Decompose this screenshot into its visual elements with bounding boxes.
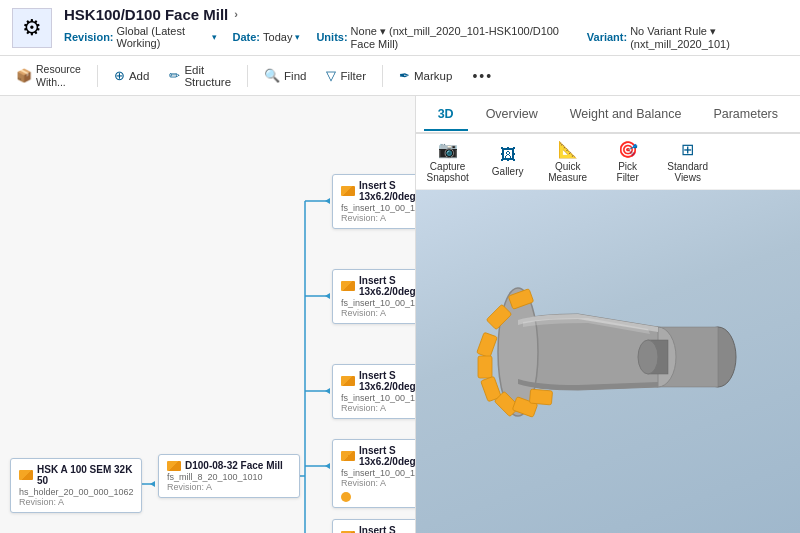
node-icon	[19, 470, 33, 480]
toolbar-separator-3	[382, 65, 383, 87]
viewer-tabs: 3D Overview Weight and Balance Parameter…	[416, 96, 800, 134]
middle-node[interactable]: D100-08-32 Face Mill fs_mill_8_20_100_10…	[158, 454, 300, 498]
tool-model-svg	[458, 242, 758, 482]
title-chevron: ›	[234, 8, 238, 20]
find-button[interactable]: 🔍 Find	[256, 64, 314, 87]
edit-structure-button[interactable]: ✏ EditStructure	[161, 60, 239, 92]
svg-rect-26	[529, 389, 552, 405]
leaf-node-4[interactable]: Insert S 13x6.2/0deg fs_insert_10_00_110…	[332, 439, 415, 508]
markup-icon: ✒	[399, 68, 410, 83]
tab-3d[interactable]: 3D	[424, 99, 468, 131]
units-meta[interactable]: Units: None ▾ (nxt_mill_2020_101-HSK100/…	[316, 25, 570, 50]
status-dot	[341, 492, 351, 502]
structure-diagram[interactable]: HSK A 100 SEM 32K 50 hs_holder_20_00_000…	[0, 96, 415, 533]
views-icon: ⊞	[681, 140, 694, 159]
gallery-icon: 🖼	[500, 146, 516, 164]
leaf-node-1[interactable]: Insert S 13x6.2/0deg fs_insert_10_00_110…	[332, 174, 415, 229]
leaf-node-3[interactable]: Insert S 13x6.2/0deg fs_insert_10_00_110…	[332, 364, 415, 419]
more-button[interactable]: •••	[464, 64, 501, 88]
svg-marker-14	[150, 481, 155, 487]
markup-button[interactable]: ✒ Markup	[391, 64, 460, 87]
app-icon: ⚙	[12, 8, 52, 48]
node-icon-middle	[167, 461, 181, 471]
resource-button[interactable]: 📦 ResourceWith...	[8, 59, 89, 92]
tab-parameters[interactable]: Parameters	[699, 99, 792, 131]
svg-marker-11	[325, 388, 330, 394]
pick-filter-button[interactable]: 🎯 PickFilter	[606, 140, 650, 183]
leaf-icon-4	[341, 451, 355, 461]
add-icon: ⊕	[114, 68, 125, 83]
header-meta: Revision: Global (Latest Working) ▾ Date…	[64, 25, 788, 50]
pick-filter-icon: 🎯	[618, 140, 638, 159]
revision-meta[interactable]: Revision: Global (Latest Working) ▾	[64, 25, 217, 50]
structure-panel: HSK A 100 SEM 32K 50 hs_holder_20_00_000…	[0, 96, 416, 533]
right-panel: 3D Overview Weight and Balance Parameter…	[416, 96, 800, 533]
leaf-icon-1	[341, 186, 355, 196]
middle-node-title: D100-08-32 Face Mill	[167, 460, 291, 471]
app-header: ⚙ HSK100/D100 Face Mill › Revision: Glob…	[0, 0, 800, 56]
middle-node-subtitle: fs_mill_8_20_100_1010	[167, 472, 291, 482]
toolbar-separator-1	[97, 65, 98, 87]
filter-button[interactable]: ▽ Filter	[318, 64, 374, 87]
page-title: HSK100/D100 Face Mill ›	[64, 6, 788, 23]
leaf-icon-2	[341, 281, 355, 291]
date-meta[interactable]: Date: Today ▾	[233, 25, 301, 50]
3d-viewer[interactable]	[416, 190, 800, 533]
viewer-toolbar: 📷 CaptureSnapshot 🖼 Gallery 📐 QuickMeasu…	[416, 134, 800, 190]
leaf-icon-3	[341, 376, 355, 386]
middle-node-revision: Revision: A	[167, 482, 291, 492]
standard-views-button[interactable]: ⊞ StandardViews	[666, 140, 710, 183]
root-node[interactable]: HSK A 100 SEM 32K 50 hs_holder_20_00_000…	[10, 458, 142, 513]
quick-measure-button[interactable]: 📐 QuickMeasure	[546, 140, 590, 183]
tab-weight-balance[interactable]: Weight and Balance	[556, 99, 696, 131]
leaf-node-2[interactable]: Insert S 13x6.2/0deg fs_insert_10_00_110…	[332, 269, 415, 324]
root-node-revision: Revision: A	[19, 497, 133, 507]
svg-marker-12	[325, 463, 330, 469]
filter-icon: ▽	[326, 68, 336, 83]
variant-meta[interactable]: Variant: No Variant Rule ▾ (nxt_mill_202…	[587, 25, 788, 50]
main-toolbar: 📦 ResourceWith... ⊕ Add ✏ EditStructure …	[0, 56, 800, 96]
resource-icon: 📦	[16, 68, 32, 83]
header-info: HSK100/D100 Face Mill › Revision: Global…	[64, 6, 788, 50]
root-node-title: HSK A 100 SEM 32K 50	[19, 464, 133, 486]
measure-icon: 📐	[558, 140, 578, 159]
toolbar-separator-2	[247, 65, 248, 87]
svg-marker-10	[325, 293, 330, 299]
svg-rect-22	[478, 356, 492, 378]
svg-point-28	[638, 340, 658, 374]
gallery-button[interactable]: 🖼 Gallery	[486, 146, 530, 177]
leaf-node-5[interactable]: Insert S 13x6.2/0deg fs_insert_10_00_110…	[332, 519, 415, 533]
tab-overview[interactable]: Overview	[472, 99, 552, 131]
svg-marker-9	[325, 198, 330, 204]
camera-icon: 📷	[438, 140, 458, 159]
capture-snapshot-button[interactable]: 📷 CaptureSnapshot	[426, 140, 470, 183]
svg-rect-21	[476, 332, 497, 357]
find-icon: 🔍	[264, 68, 280, 83]
edit-icon: ✏	[169, 68, 180, 83]
main-layout: HSK A 100 SEM 32K 50 hs_holder_20_00_000…	[0, 96, 800, 533]
root-node-subtitle: hs_holder_20_00_000_1062	[19, 487, 133, 497]
add-button[interactable]: ⊕ Add	[106, 64, 157, 87]
